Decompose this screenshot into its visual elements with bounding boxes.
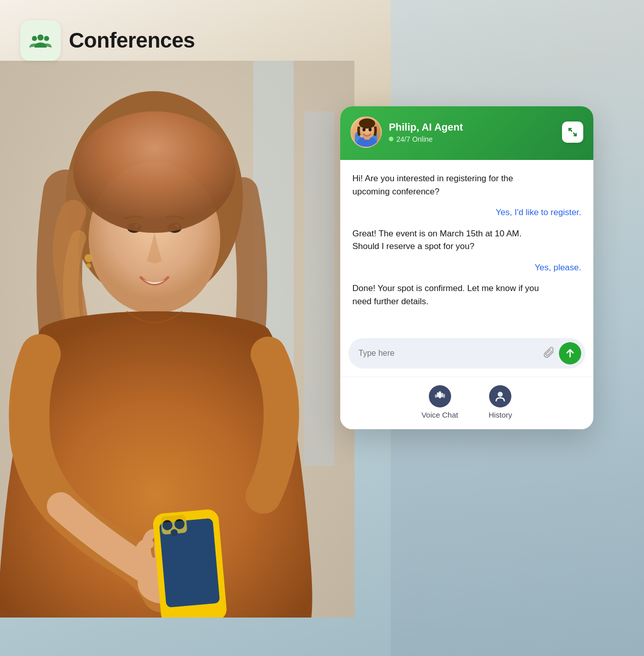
svg-rect-32 xyxy=(435,394,437,398)
expand-icon xyxy=(568,127,578,137)
chat-header: Philip, AI Agent 24/7 Online xyxy=(340,106,593,160)
nav-voice-chat[interactable]: Voice Chat xyxy=(421,385,458,419)
agent-status: 24/7 Online xyxy=(389,135,555,143)
chat-widget: Philip, AI Agent 24/7 Online Hi! Are you… xyxy=(340,106,593,429)
history-icon xyxy=(494,390,506,402)
svg-rect-30 xyxy=(439,391,441,398)
app-icon-box xyxy=(20,20,61,61)
chat-messages: Hi! Are you interested in registering fo… xyxy=(340,160,593,332)
voice-chat-icon xyxy=(434,390,446,402)
svg-point-23 xyxy=(44,36,49,41)
conferences-icon xyxy=(29,29,52,52)
message-4: Yes, please. xyxy=(535,261,581,274)
svg-rect-33 xyxy=(443,394,445,398)
history-icon-container xyxy=(489,385,511,407)
send-icon xyxy=(565,348,576,359)
voice-chat-label: Voice Chat xyxy=(421,411,458,419)
voice-chat-icon-container xyxy=(429,385,451,407)
status-dot xyxy=(389,137,393,141)
svg-point-27 xyxy=(363,128,366,132)
chat-input-row xyxy=(348,338,585,368)
message-1: Hi! Are you interested in registering fo… xyxy=(352,172,547,198)
agent-avatar xyxy=(350,116,382,148)
message-input[interactable] xyxy=(358,349,540,358)
svg-point-21 xyxy=(37,34,44,40)
svg-point-12 xyxy=(86,263,91,268)
send-button[interactable] xyxy=(559,342,581,364)
background-person xyxy=(0,61,354,618)
message-3: Great! The event is on March 15th at 10 … xyxy=(352,227,547,253)
svg-rect-2 xyxy=(304,111,334,466)
history-label: History xyxy=(489,411,512,419)
svg-point-34 xyxy=(498,392,503,397)
svg-point-28 xyxy=(369,128,372,132)
message-2: Yes, I'd like to register. xyxy=(496,206,581,219)
message-5: Done! Your spot is confirmed. Let me kno… xyxy=(352,282,547,308)
agent-status-text: 24/7 Online xyxy=(396,135,433,143)
svg-rect-29 xyxy=(437,392,439,397)
attach-icon[interactable] xyxy=(544,347,555,360)
svg-point-22 xyxy=(32,36,37,41)
agent-info: Philip, AI Agent 24/7 Online xyxy=(389,121,555,143)
svg-point-10 xyxy=(73,111,235,233)
app-title: Conferences xyxy=(69,28,195,53)
svg-rect-31 xyxy=(441,393,443,397)
app-header: Conferences xyxy=(20,20,195,61)
svg-rect-20 xyxy=(159,518,220,608)
chat-bottom-nav: Voice Chat History xyxy=(340,377,593,429)
expand-button[interactable] xyxy=(562,121,583,143)
agent-name: Philip, AI Agent xyxy=(389,121,555,133)
nav-history[interactable]: History xyxy=(489,385,512,419)
svg-point-26 xyxy=(359,118,375,129)
chat-input-area xyxy=(340,332,593,377)
svg-point-11 xyxy=(85,254,93,262)
